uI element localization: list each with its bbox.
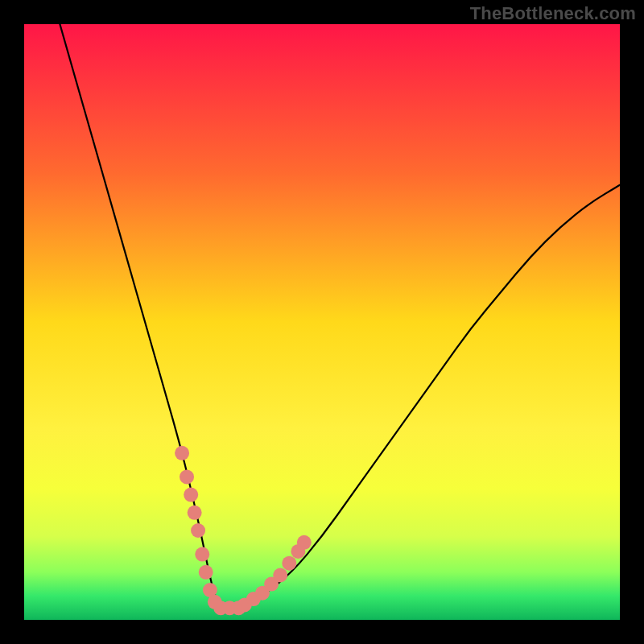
gradient-background: [24, 24, 620, 620]
highlight-dot: [297, 535, 312, 550]
highlight-dot: [199, 565, 213, 580]
highlight-dot: [191, 523, 205, 538]
highlight-dot: [195, 547, 209, 562]
highlight-dot: [180, 469, 194, 484]
chart-svg: [24, 24, 620, 620]
highlight-dot: [282, 556, 296, 571]
highlight-dot: [175, 446, 189, 460]
highlight-dot: [273, 568, 287, 583]
chart-frame: TheBottleneck.com: [0, 0, 644, 644]
watermark-text: TheBottleneck.com: [470, 3, 636, 24]
highlight-dot: [188, 506, 202, 520]
highlight-dot: [184, 488, 198, 502]
plot-area: [24, 24, 620, 620]
